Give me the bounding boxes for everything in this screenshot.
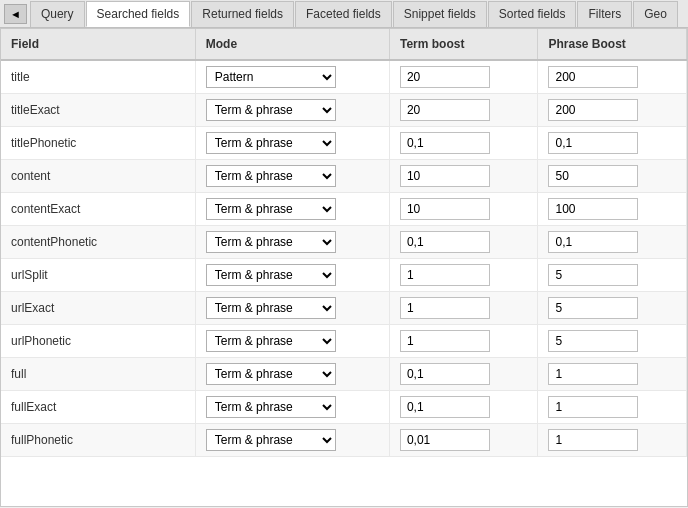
table-row: contentPatternTerm & phraseTerm onlyPhra… [1, 160, 687, 193]
phrase-boost-cell[interactable] [538, 259, 687, 292]
phrase-boost-input[interactable] [548, 165, 638, 187]
phrase-boost-cell[interactable] [538, 226, 687, 259]
tab-query[interactable]: Query [30, 1, 85, 27]
phrase-boost-cell[interactable] [538, 391, 687, 424]
term-boost-input[interactable] [400, 264, 490, 286]
mode-cell[interactable]: PatternTerm & phraseTerm onlyPhrase only [195, 325, 389, 358]
tab-filters[interactable]: Filters [577, 1, 632, 27]
phrase-boost-cell[interactable] [538, 193, 687, 226]
phrase-boost-cell[interactable] [538, 127, 687, 160]
field-name: urlExact [1, 292, 195, 325]
term-boost-cell[interactable] [389, 391, 538, 424]
col-header-phrase: Phrase Boost [538, 29, 687, 60]
phrase-boost-input[interactable] [548, 231, 638, 253]
table-row: contentExactPatternTerm & phraseTerm onl… [1, 193, 687, 226]
mode-cell[interactable]: PatternTerm & phraseTerm onlyPhrase only [195, 94, 389, 127]
phrase-boost-input[interactable] [548, 330, 638, 352]
term-boost-input[interactable] [400, 66, 490, 88]
term-boost-cell[interactable] [389, 358, 538, 391]
mode-cell[interactable]: PatternTerm & phraseTerm onlyPhrase only [195, 358, 389, 391]
mode-select[interactable]: PatternTerm & phraseTerm onlyPhrase only [206, 66, 336, 88]
term-boost-input[interactable] [400, 330, 490, 352]
mode-cell[interactable]: PatternTerm & phraseTerm onlyPhrase only [195, 424, 389, 457]
term-boost-input[interactable] [400, 429, 490, 451]
phrase-boost-cell[interactable] [538, 325, 687, 358]
phrase-boost-cell[interactable] [538, 358, 687, 391]
term-boost-input[interactable] [400, 231, 490, 253]
term-boost-cell[interactable] [389, 94, 538, 127]
tabs-bar: ◄ Query Searched fields Returned fields … [0, 0, 688, 28]
mode-select[interactable]: PatternTerm & phraseTerm onlyPhrase only [206, 198, 336, 220]
term-boost-cell[interactable] [389, 259, 538, 292]
mode-cell[interactable]: PatternTerm & phraseTerm onlyPhrase only [195, 127, 389, 160]
mode-cell[interactable]: PatternTerm & phraseTerm onlyPhrase only [195, 160, 389, 193]
term-boost-input[interactable] [400, 396, 490, 418]
mode-select[interactable]: PatternTerm & phraseTerm onlyPhrase only [206, 297, 336, 319]
mode-select[interactable]: PatternTerm & phraseTerm onlyPhrase only [206, 363, 336, 385]
phrase-boost-input[interactable] [548, 429, 638, 451]
tab-searched-fields[interactable]: Searched fields [86, 1, 191, 27]
term-boost-cell[interactable] [389, 160, 538, 193]
tab-nav-prev[interactable]: ◄ [4, 4, 27, 24]
col-header-mode: Mode [195, 29, 389, 60]
table-container: Field Mode Term boost Phrase Boost title… [0, 28, 688, 507]
phrase-boost-input[interactable] [548, 198, 638, 220]
phrase-boost-input[interactable] [548, 264, 638, 286]
mode-cell[interactable]: PatternTerm & phraseTerm onlyPhrase only [195, 259, 389, 292]
table-row: fullExactPatternTerm & phraseTerm onlyPh… [1, 391, 687, 424]
term-boost-input[interactable] [400, 165, 490, 187]
phrase-boost-cell[interactable] [538, 292, 687, 325]
table-row: fullPhoneticPatternTerm & phraseTerm onl… [1, 424, 687, 457]
field-name: fullExact [1, 391, 195, 424]
phrase-boost-input[interactable] [548, 132, 638, 154]
tab-faceted-fields[interactable]: Faceted fields [295, 1, 392, 27]
mode-select[interactable]: PatternTerm & phraseTerm onlyPhrase only [206, 264, 336, 286]
mode-cell[interactable]: PatternTerm & phraseTerm onlyPhrase only [195, 60, 389, 94]
field-name: fullPhonetic [1, 424, 195, 457]
phrase-boost-input[interactable] [548, 363, 638, 385]
term-boost-cell[interactable] [389, 292, 538, 325]
mode-select[interactable]: PatternTerm & phraseTerm onlyPhrase only [206, 330, 336, 352]
term-boost-cell[interactable] [389, 127, 538, 160]
term-boost-cell[interactable] [389, 193, 538, 226]
mode-select[interactable]: PatternTerm & phraseTerm onlyPhrase only [206, 231, 336, 253]
mode-cell[interactable]: PatternTerm & phraseTerm onlyPhrase only [195, 391, 389, 424]
field-name: full [1, 358, 195, 391]
mode-select[interactable]: PatternTerm & phraseTerm onlyPhrase only [206, 429, 336, 451]
phrase-boost-cell[interactable] [538, 94, 687, 127]
mode-cell[interactable]: PatternTerm & phraseTerm onlyPhrase only [195, 193, 389, 226]
term-boost-input[interactable] [400, 363, 490, 385]
fields-table: Field Mode Term boost Phrase Boost title… [1, 29, 687, 457]
term-boost-cell[interactable] [389, 226, 538, 259]
mode-select[interactable]: PatternTerm & phraseTerm onlyPhrase only [206, 396, 336, 418]
phrase-boost-input[interactable] [548, 99, 638, 121]
tab-sorted-fields[interactable]: Sorted fields [488, 1, 577, 27]
mode-select[interactable]: PatternTerm & phraseTerm onlyPhrase only [206, 165, 336, 187]
mode-cell[interactable]: PatternTerm & phraseTerm onlyPhrase only [195, 226, 389, 259]
table-header-row: Field Mode Term boost Phrase Boost [1, 29, 687, 60]
mode-select[interactable]: PatternTerm & phraseTerm onlyPhrase only [206, 132, 336, 154]
tab-snippet-fields[interactable]: Snippet fields [393, 1, 487, 27]
term-boost-input[interactable] [400, 99, 490, 121]
tab-geo[interactable]: Geo [633, 1, 678, 27]
table-row: urlPhoneticPatternTerm & phraseTerm only… [1, 325, 687, 358]
term-boost-input[interactable] [400, 132, 490, 154]
table-row: urlExactPatternTerm & phraseTerm onlyPhr… [1, 292, 687, 325]
phrase-boost-input[interactable] [548, 66, 638, 88]
term-boost-cell[interactable] [389, 424, 538, 457]
phrase-boost-cell[interactable] [538, 424, 687, 457]
phrase-boost-input[interactable] [548, 396, 638, 418]
term-boost-input[interactable] [400, 297, 490, 319]
table-row: titleExactPatternTerm & phraseTerm onlyP… [1, 94, 687, 127]
col-header-field: Field [1, 29, 195, 60]
phrase-boost-input[interactable] [548, 297, 638, 319]
phrase-boost-cell[interactable] [538, 60, 687, 94]
mode-select[interactable]: PatternTerm & phraseTerm onlyPhrase only [206, 99, 336, 121]
term-boost-input[interactable] [400, 198, 490, 220]
phrase-boost-cell[interactable] [538, 160, 687, 193]
term-boost-cell[interactable] [389, 325, 538, 358]
mode-cell[interactable]: PatternTerm & phraseTerm onlyPhrase only [195, 292, 389, 325]
tab-returned-fields[interactable]: Returned fields [191, 1, 294, 27]
term-boost-cell[interactable] [389, 60, 538, 94]
field-name: contentExact [1, 193, 195, 226]
